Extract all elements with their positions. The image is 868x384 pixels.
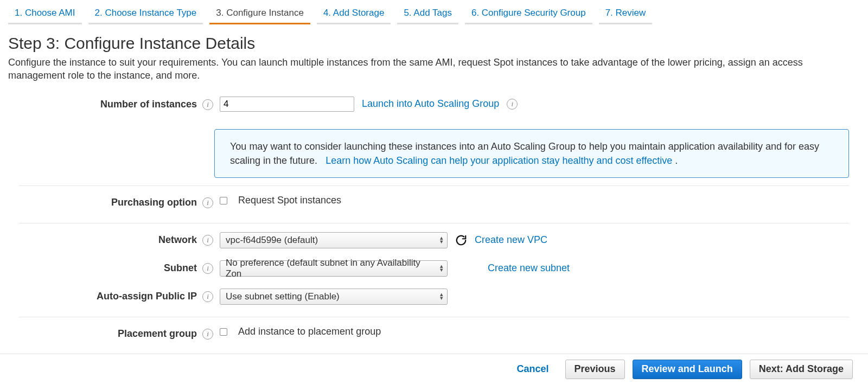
spot-instances-checkbox[interactable] [220, 197, 227, 204]
placement-group-label: Add instance to placement group [238, 326, 381, 337]
chevron-updown-icon [440, 292, 443, 300]
info-icon[interactable]: i [202, 329, 213, 340]
row-placement-group: Placement group i Add instance to placem… [19, 325, 849, 347]
info-icon[interactable]: i [507, 99, 518, 110]
network-select-value: vpc-f64d599e (default) [226, 235, 318, 246]
cancel-button[interactable]: Cancel [508, 360, 558, 379]
wizard-steps: 1. Choose AMI 2. Choose Instance Type 3.… [8, 0, 860, 24]
section-divider [19, 223, 849, 223]
next-add-storage-button[interactable]: Next: Add Storage [750, 360, 853, 379]
public-ip-select-value: Use subnet setting (Enable) [226, 291, 340, 302]
asg-learn-link[interactable]: Learn how Auto Scaling can help your app… [326, 155, 672, 166]
label-subnet: Subnet [164, 263, 197, 274]
wizard-tab-add-tags[interactable]: 5. Add Tags [397, 4, 458, 24]
refresh-icon[interactable] [455, 234, 467, 246]
public-ip-select[interactable]: Use subnet setting (Enable) [220, 289, 448, 305]
wizard-tab-choose-ami[interactable]: 1. Choose AMI [8, 4, 82, 24]
spot-instances-label: Request Spot instances [238, 195, 341, 206]
wizard-tab-review[interactable]: 7. Review [599, 4, 653, 24]
info-icon[interactable]: i [202, 197, 213, 208]
wizard-tab-configure-instance[interactable]: 3. Configure Instance [209, 4, 310, 24]
instance-count-input[interactable] [220, 97, 354, 112]
launch-into-asg-link[interactable]: Launch into Auto Scaling Group [362, 98, 499, 110]
info-icon[interactable]: i [202, 263, 213, 274]
info-icon[interactable]: i [202, 235, 213, 246]
row-subnet: Subnet i No preference (default subnet i… [19, 259, 849, 283]
create-subnet-link[interactable]: Create new subnet [488, 263, 570, 274]
row-network: Network i vpc-f64d599e (default) Crea [19, 231, 849, 255]
review-and-launch-button[interactable]: Review and Launch [633, 360, 742, 379]
label-auto-assign-ip: Auto-assign Public IP [97, 291, 197, 302]
info-icon[interactable]: i [202, 99, 213, 110]
chevron-updown-icon [440, 236, 443, 244]
row-auto-assign-ip: Auto-assign Public IP i Use subnet setti… [19, 287, 849, 311]
wizard-tab-choose-instance-type[interactable]: 2. Choose Instance Type [88, 4, 203, 24]
page-title: Step 3: Configure Instance Details [8, 34, 860, 53]
label-purchasing-option: Purchasing option [111, 197, 197, 208]
label-placement-group: Placement group [118, 328, 197, 340]
subnet-select-value: No preference (default subnet in any Ava… [226, 258, 432, 279]
wizard-tab-configure-security-group[interactable]: 6. Configure Security Group [465, 4, 592, 24]
wizard-footer: Cancel Previous Review and Launch Next: … [0, 354, 868, 384]
row-purchasing-option: Purchasing option i Request Spot instanc… [19, 194, 849, 217]
asg-info-box: You may want to consider launching these… [214, 129, 849, 178]
subnet-select[interactable]: No preference (default subnet in any Ava… [220, 260, 448, 277]
create-vpc-link[interactable]: Create new VPC [475, 234, 547, 246]
asg-info-period: . [675, 155, 678, 166]
network-select[interactable]: vpc-f64d599e (default) [220, 232, 448, 248]
previous-button[interactable]: Previous [565, 360, 625, 379]
label-network: Network [158, 234, 197, 246]
wizard-tab-add-storage[interactable]: 4. Add Storage [317, 4, 391, 24]
page-description: Configure the instance to suit your requ… [8, 56, 860, 82]
placement-group-checkbox[interactable] [220, 328, 227, 336]
label-number-of-instances: Number of instances [100, 99, 197, 110]
section-divider [19, 317, 849, 317]
section-divider [19, 185, 849, 186]
info-icon[interactable]: i [202, 291, 213, 302]
row-number-of-instances: Number of instances i Launch into Auto S… [19, 95, 849, 119]
chevron-updown-icon [440, 264, 443, 272]
